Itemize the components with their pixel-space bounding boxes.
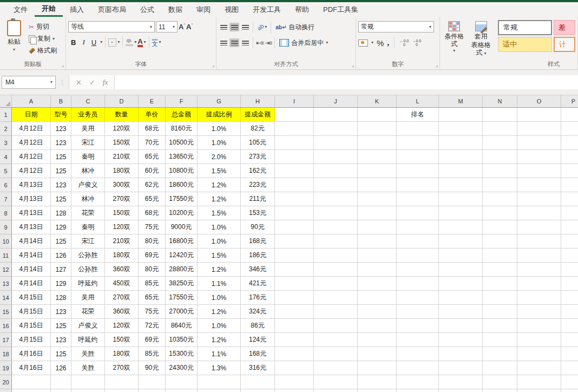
cell-H13[interactable]: 421元 [241,277,275,291]
cell-K17[interactable] [358,333,397,347]
cell-B17[interactable]: 123 [51,333,71,347]
column-header-L[interactable]: L [397,95,439,107]
cell-I18[interactable] [275,347,314,361]
cell-D11[interactable]: 180双 [105,249,139,263]
row-header-8[interactable]: 8 [0,206,12,220]
cell-J4[interactable] [314,150,358,164]
cell-B20[interactable] [51,375,71,389]
cell-K5[interactable] [358,164,397,178]
cell-K7[interactable] [358,192,397,206]
align-middle-button[interactable] [229,23,239,31]
cell-M16[interactable] [439,319,483,333]
cell-J3[interactable] [314,136,358,150]
cell-C19[interactable]: 关胜 [71,361,105,375]
cell-O16[interactable] [517,319,561,333]
cell-E16[interactable]: 72元 [139,319,166,333]
cell-K8[interactable] [358,206,397,220]
cell-F9[interactable]: 9000元 [166,220,198,234]
cell-D20[interactable] [105,375,139,389]
cell-D19[interactable]: 270双 [105,361,139,375]
row-header-2[interactable]: 2 [0,122,12,136]
cell-P6[interactable] [561,178,578,192]
column-header-D[interactable]: D [105,95,139,107]
cell-B19[interactable]: 126 [51,361,71,375]
cell-K16[interactable] [358,319,397,333]
cell-G12[interactable]: 1.2% [198,263,241,277]
cell-O18[interactable] [517,347,561,361]
cell-E1[interactable]: 单价 [139,108,166,122]
cell-E14[interactable]: 65元 [139,291,166,305]
tab-developer[interactable]: 开发工具 [246,2,288,17]
cell-O8[interactable] [517,206,561,220]
cell-N6[interactable] [483,178,517,192]
column-header-J[interactable]: J [314,95,358,107]
cell-J2[interactable] [314,122,358,136]
cell-B7[interactable]: 125 [51,192,71,206]
cell-E7[interactable]: 65元 [139,192,166,206]
cell-G13[interactable]: 1.1% [198,277,241,291]
cell-O17[interactable] [517,333,561,347]
cell-C6[interactable]: 卢俊义 [71,178,105,192]
cell-E18[interactable]: 85元 [139,347,166,361]
cell-L3[interactable] [397,136,439,150]
cell-K18[interactable] [358,347,397,361]
cell-N12[interactable] [483,263,517,277]
cell-J17[interactable] [314,333,358,347]
tab-view[interactable]: 视图 [218,2,246,17]
cell-I3[interactable] [275,136,314,150]
cell-F5[interactable]: 10800元 [166,164,198,178]
tab-pdf-toolkit[interactable]: PDF工具集 [316,2,365,17]
cell-C13[interactable]: 呼延灼 [71,277,105,291]
cell-N1[interactable] [483,108,517,122]
cell-I16[interactable] [275,319,314,333]
row-header-20[interactable]: 20 [0,375,12,389]
tab-page-layout[interactable]: 页面布局 [91,2,133,17]
cell-C14[interactable]: 吴用 [71,291,105,305]
cell-N20[interactable] [483,375,517,389]
align-left-button[interactable] [219,38,228,47]
cell-M5[interactable] [439,164,483,178]
align-bottom-button[interactable] [240,23,250,31]
cell-I10[interactable] [275,234,314,249]
wrap-text-button[interactable]: ab↵ 自动换行 [274,22,316,33]
cell-N19[interactable] [483,361,517,375]
cell-G8[interactable]: 1.5% [198,206,241,220]
cell-D8[interactable]: 150双 [105,206,139,220]
cell-C4[interactable]: 秦明 [71,150,105,164]
cell-N8[interactable] [483,206,517,220]
cell-P19[interactable] [561,361,578,375]
cell-G16[interactable]: 1.0% [198,319,241,333]
cell-N10[interactable] [483,234,517,249]
cell-D7[interactable]: 270双 [105,192,139,206]
column-header-H[interactable]: H [241,95,275,107]
dialog-launcher-icon[interactable]: ⌟ [436,62,438,68]
cell-H16[interactable]: 86元 [241,319,275,333]
cell-K19[interactable] [358,361,397,375]
cut-button[interactable]: ✂ 剪切 [27,21,58,32]
underline-button[interactable]: U [89,38,99,47]
copy-button[interactable]: 复制 ▾ [27,33,58,44]
cell-H11[interactable]: 186元 [241,249,275,263]
cell-J16[interactable] [314,319,358,333]
cell-I12[interactable] [275,263,314,277]
cell-O15[interactable] [517,305,561,319]
cell-M14[interactable] [439,291,483,305]
cell-F4[interactable]: 13650元 [166,150,198,164]
cell-D1[interactable]: 数量 [105,108,139,122]
cell-D10[interactable]: 210双 [105,234,139,249]
cell-E12[interactable]: 80元 [139,263,166,277]
cell-A7[interactable]: 4月13日 [12,192,51,206]
cell-P14[interactable] [561,291,578,305]
cell-H15[interactable]: 324元 [241,305,275,319]
cell-H19[interactable]: 316元 [241,361,275,375]
cell-P16[interactable] [561,319,578,333]
cell-L11[interactable] [397,249,439,263]
cell-F6[interactable]: 18600元 [166,178,198,192]
cell-D17[interactable]: 150双 [105,333,139,347]
cell-C3[interactable]: 宋江 [71,136,105,150]
italic-button[interactable]: I [80,37,87,47]
cell-E17[interactable]: 69元 [139,333,166,347]
accounting-format-icon[interactable] [358,40,368,47]
cell-P12[interactable] [561,263,578,277]
align-top-button[interactable] [219,23,228,31]
